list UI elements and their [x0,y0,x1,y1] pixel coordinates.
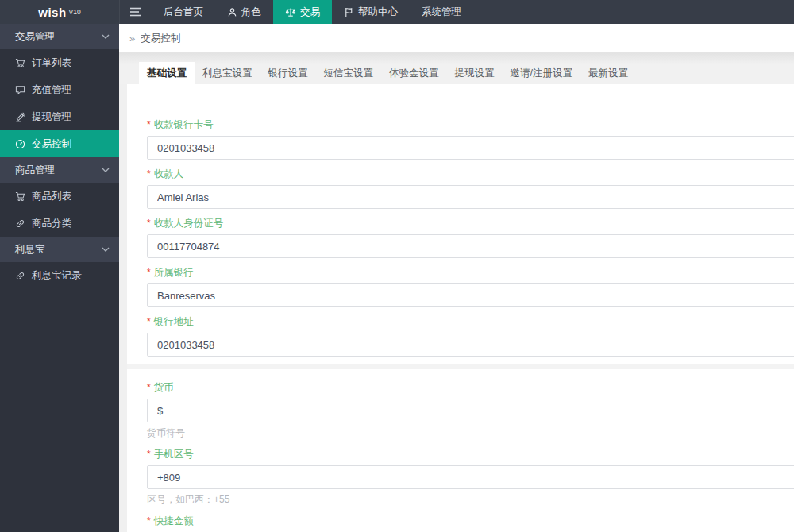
top-menu-item-help[interactable]: 帮助中心 [332,0,410,24]
required-asterisk: * [147,515,151,526]
required-asterisk: * [147,267,151,278]
user-icon [227,7,237,17]
required-asterisk: * [147,382,151,393]
sidebar-item-recharge-management[interactable]: 充值管理 [0,76,119,103]
sidebar-item-label: 商品分类 [32,217,71,230]
tab-withdraw-settings[interactable]: 提现设置 [447,62,503,84]
sidebar-group-trade-management[interactable]: 交易管理 [0,24,119,49]
field-label-text: 收款人身份证号 [154,217,224,230]
required-asterisk: * [147,316,151,327]
bank-card-number-input[interactable] [147,136,794,160]
field-label: * 货币 [147,381,794,395]
sidebar-item-withdraw-management[interactable]: 提现管理 [0,103,119,130]
section-divider [127,364,794,369]
chevron-down-icon [102,34,110,39]
tab-sms-settings[interactable]: 短信宝设置 [316,62,382,84]
field-currency: * 货币 货币符号 [147,381,794,440]
phone-area-code-input[interactable] [147,465,794,489]
chevron-down-icon [102,247,110,252]
sidebar-item-label: 利息宝记录 [32,269,82,283]
comment-icon [15,85,25,95]
top-menu-item-label: 角色 [241,6,261,19]
cart-icon [15,58,25,68]
field-label-text: 收款人 [154,168,184,181]
top-menu-item-home[interactable]: 后台首页 [152,0,215,24]
top-menu-item-system[interactable]: 系统管理 [410,0,473,24]
tab-basic-settings[interactable]: 基础设置 [139,62,195,84]
sidebar-group-label: 商品管理 [15,164,55,177]
required-asterisk: * [147,218,151,229]
required-asterisk: * [147,168,151,179]
link-icon [15,271,25,281]
field-label-text: 银行地址 [154,315,194,329]
payee-id-input[interactable] [147,234,794,258]
required-asterisk: * [147,449,151,460]
field-label-text: 收款银行卡号 [154,118,214,132]
top-menu-item-trade[interactable]: 交易 [273,0,332,24]
field-label: * 收款人 [147,168,794,181]
sidebar-item-product-category[interactable]: 商品分类 [0,210,119,237]
field-label: * 银行地址 [147,315,794,329]
top-menu-item-label: 后台首页 [164,6,203,19]
hamburger-icon [130,7,141,17]
sidebar-item-interest-records[interactable]: 利息宝记录 [0,262,119,289]
field-bank-address: * 银行地址 [147,315,794,357]
field-label: * 收款人身份证号 [147,217,794,230]
tab-interest-settings[interactable]: 利息宝设置 [195,62,260,84]
settings-form-card: * 收款银行卡号 * 收款人 * 收款人身份证号 [127,84,794,532]
sidebar-group-label: 利息宝 [15,243,45,256]
field-label-text: 手机区号 [154,448,194,461]
cart-icon [15,191,25,202]
field-label: * 收款银行卡号 [147,118,794,132]
top-menu-item-label: 系统管理 [422,6,461,19]
sidebar-group-product-management[interactable]: 商品管理 [0,157,119,183]
sidebar-item-label: 提现管理 [32,110,71,124]
field-payee-id-number: * 收款人身份证号 [147,217,794,258]
logo-version: V10 [69,8,81,16]
sidebar-item-product-list[interactable]: 商品列表 [0,183,119,210]
payee-input[interactable] [147,185,794,209]
sidebar-item-trade-control[interactable]: 交易控制 [0,130,119,157]
breadcrumb: » 交易控制 [119,24,794,53]
tab-invite-register-settings[interactable]: 邀请/注册设置 [503,62,580,84]
sidebar-item-label: 订单列表 [32,56,71,70]
chevron-down-icon [102,168,110,172]
admin-app: wish V10 后台首页 角色 交易 [0,0,794,532]
breadcrumb-label: 交易控制 [141,32,180,45]
sidebar-group-interest-treasure[interactable]: 利息宝 [0,237,119,262]
top-menu-item-label: 交易 [300,6,320,19]
tab-bank-settings[interactable]: 银行设置 [260,62,316,84]
app-logo[interactable]: wish V10 [0,0,120,24]
gavel-icon [15,112,25,122]
link-icon [15,218,25,229]
required-asterisk: * [147,119,151,130]
field-bank-card-number: * 收款银行卡号 [147,118,794,160]
top-menu-item-roles[interactable]: 角色 [215,0,273,24]
gauge-icon [15,139,25,149]
field-label: * 快捷金额 [147,515,794,528]
flag-icon [344,7,354,17]
field-label: * 手机区号 [147,448,794,461]
field-hint: 区号，如巴西：+55 [147,493,794,507]
bank-address-input[interactable] [147,333,794,357]
logo-text: wish [38,6,66,19]
field-label: * 所属银行 [147,266,794,279]
sidebar-toggle-button[interactable] [120,0,152,24]
scales-icon [285,7,296,17]
sidebar-item-label: 交易控制 [32,137,71,151]
field-phone-area-code: * 手机区号 区号，如巴西：+55 [147,448,794,507]
sidebar-group-label: 交易管理 [15,30,55,44]
bank-name-input[interactable] [147,283,794,307]
settings-tabs: 基础设置 利息宝设置 银行设置 短信宝设置 体验金设置 提现设置 邀请/注册设置… [119,53,794,84]
tab-trial-fund-settings[interactable]: 体验金设置 [381,62,447,84]
field-hint: 货币符号 [147,426,794,440]
sidebar-item-order-list[interactable]: 订单列表 [0,49,119,76]
breadcrumb-arrow-icon: » [129,33,135,44]
top-menu: 后台首页 角色 交易 帮助中心 系统管理 [152,0,473,24]
currency-input[interactable] [147,399,794,422]
field-label-text: 快捷金额 [154,515,194,528]
field-label-text: 所属银行 [154,266,194,279]
tab-latest-settings[interactable]: 最新设置 [580,62,636,84]
field-bank-name: * 所属银行 [147,266,794,307]
field-quick-amounts: * 快捷金额 充值页面 快捷金额 [147,515,794,532]
